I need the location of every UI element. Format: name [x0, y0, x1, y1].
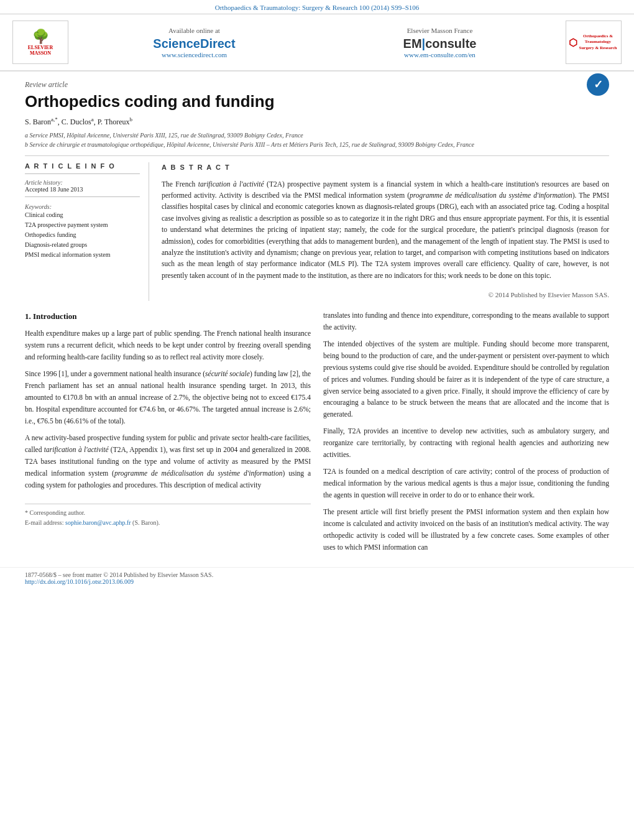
sciencedirect-title: ScienceDirect [75, 37, 314, 51]
abstract-heading: A B S T R A C T [162, 162, 609, 173]
email-label: E-mail address: [25, 519, 63, 526]
body-right-column: translates into funding and thence into … [323, 310, 609, 558]
intro-para-3: A new activity-based prospective funding… [25, 432, 311, 491]
right-para-1: translates into funding and thence into … [323, 310, 609, 333]
author-thoreux: P. Thoreux [98, 118, 130, 126]
right-para-2: The intended objectives of the system ar… [323, 338, 609, 421]
otsr-logo: ⬡ Orthopaedics & Traumatology Surgery & … [566, 21, 622, 64]
info-divider2 [25, 196, 140, 197]
review-label: Review article [25, 80, 609, 90]
email-name: (S. Baron). [132, 519, 160, 526]
accepted-date: Accepted 18 June 2013 [25, 186, 140, 193]
intro-para-2: Since 1996 [1], under a government natio… [25, 368, 311, 427]
elsevier-masson-france-text: Elsevier Masson France [320, 27, 559, 34]
em-consulte-title: EM|consulte [320, 37, 559, 51]
right-para-4: T2A is founded on a medical description … [323, 466, 609, 501]
author-duclos-sup: a [91, 116, 94, 122]
article-info-heading: A R T I C L E I N F O [25, 162, 140, 170]
corresponding-author-note: * Corresponding author. [25, 508, 311, 519]
author-baron: S. Baron [25, 118, 51, 126]
keywords-section: Keywords: Clinical coding T2A prospectiv… [25, 203, 140, 260]
affiliation-a: a Service PMSI, Hôpital Avicenne, Univer… [25, 131, 609, 140]
keyword-3: Orthopedics funding [25, 230, 140, 240]
available-online-text: Available online at [75, 27, 314, 34]
abstract-text: The French tarification à l'activité (T2… [162, 178, 609, 282]
em-consulte-block: Elsevier Masson France EM|consulte www.e… [320, 27, 559, 58]
email-link[interactable]: sophie.baron@avc.aphp.fr [65, 519, 131, 526]
footnotes-section: * Corresponding author. E-mail address: … [25, 504, 311, 528]
main-body: 1. Introduction Health expenditure makes… [0, 301, 634, 567]
elsevier-name: ELSEVIER [28, 45, 53, 50]
author-baron-sup: a,* [51, 116, 58, 122]
elsevier-logo: 🌳 ELSEVIER MASSON [12, 21, 68, 64]
footer-section: 1877-0568/$ – see front matter © 2014 Pu… [0, 567, 634, 589]
article-title: Orthopedics coding and funding [25, 92, 275, 111]
journal-title: Orthopaedics & Traumatology: Surgery & R… [215, 4, 420, 11]
elsevier-tree-icon: 🌳 [32, 29, 49, 45]
journal-bar: Orthopaedics & Traumatology: Surgery & R… [0, 0, 634, 14]
email-line: E-mail address: sophie.baron@avc.aphp.fr… [25, 518, 311, 528]
em-consulte-url[interactable]: www.em-consulte.com/en [320, 51, 559, 58]
affiliations: a Service PMSI, Hôpital Avicenne, Univer… [25, 131, 609, 149]
elsevier-masson-name: MASSON [30, 50, 51, 56]
intro-para-1: Health expenditure makes up a large part… [25, 328, 311, 363]
author-duclos: C. Duclos [62, 118, 91, 126]
abstract-column: A B S T R A C T The French tarification … [162, 162, 609, 301]
right-para-3: Finally, T2A provides an incentive to de… [323, 425, 609, 461]
affiliation-b: b Service de chirurgie et traumatologiqu… [25, 140, 609, 149]
keyword-1: Clinical coding [25, 210, 140, 220]
author-thoreux-sup: b [130, 116, 133, 122]
crossmark-icon: ✓ [587, 73, 609, 96]
copyright-text: © 2014 Published by Elsevier Masson SAS. [162, 286, 609, 301]
right-para-5: The present article will first briefly p… [323, 506, 609, 553]
info-divider [25, 173, 140, 174]
info-abstract-section: A R T I C L E I N F O Article history: A… [25, 155, 609, 301]
footer-issn: 1877-0568/$ – see front matter © 2014 Pu… [25, 571, 609, 578]
footer-doi[interactable]: http://dx.doi.org/10.1016/j.otsr.2013.06… [25, 578, 134, 585]
sciencedirect-block: Available online at ScienceDirect www.sc… [75, 27, 314, 58]
history-label: Article history: [25, 179, 140, 186]
article-section: Review article Orthopedics coding and fu… [0, 72, 634, 301]
keyword-2: T2A prospective payment system [25, 220, 140, 230]
keywords-label: Keywords: [25, 203, 140, 210]
article-info-column: A R T I C L E I N F O Article history: A… [25, 162, 149, 301]
page-header: 🌳 ELSEVIER MASSON Available online at Sc… [0, 14, 634, 72]
intro-heading: 1. Introduction [25, 310, 311, 323]
keyword-4: Diagnosis-related groups [25, 240, 140, 250]
otsr-logo-text: Orthopaedics & Traumatology Surgery & Re… [577, 34, 618, 50]
authors-line: S. Barona,*, C. Duclosa, P. Thoreuxb [25, 116, 609, 127]
body-left-column: 1. Introduction Health expenditure makes… [25, 310, 311, 558]
sciencedirect-url[interactable]: www.sciencedirect.com [75, 51, 314, 58]
keyword-5: PMSI medical information system [25, 250, 140, 260]
